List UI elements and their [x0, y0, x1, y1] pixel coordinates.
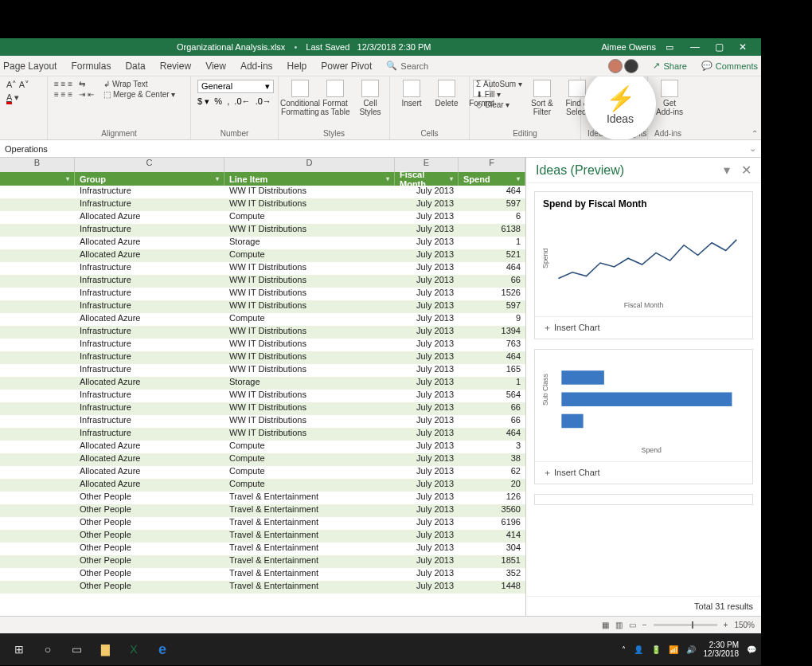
pane-close-icon[interactable]: ✕: [741, 163, 751, 177]
cell-spend[interactable]: 464: [459, 262, 525, 275]
filter-icon[interactable]: ▾: [386, 175, 389, 182]
cell-line-item[interactable]: Travel & Entertainment: [224, 555, 395, 568]
cell-spend[interactable]: 597: [459, 300, 525, 313]
table-row[interactable]: Other PeopleTravel & EntertainmentJuly 2…: [0, 492, 525, 504]
cell-line-item[interactable]: Compute: [224, 211, 395, 224]
table-row[interactable]: Other PeopleTravel & EntertainmentJuly 2…: [0, 543, 525, 555]
cell-spend[interactable]: 66: [459, 415, 525, 428]
cell-line-item[interactable]: WW IT Distributions: [224, 186, 395, 198]
table-row[interactable]: InfrastructureWW IT DistributionsJuly 20…: [0, 288, 525, 300]
cell-group[interactable]: Infrastructure: [75, 224, 224, 237]
filter-icon[interactable]: ▾: [450, 175, 453, 182]
table-row[interactable]: InfrastructureWW IT DistributionsJuly 20…: [0, 402, 525, 415]
formula-bar[interactable]: Operations ⌄: [0, 140, 761, 158]
cell-line-item[interactable]: Travel & Entertainment: [224, 492, 395, 504]
cell-spend[interactable]: 1448: [459, 581, 525, 594]
cell-line-item[interactable]: WW IT Distributions: [224, 364, 395, 377]
table-row[interactable]: Allocated AzureComputeJuly 20136: [0, 211, 525, 224]
tab-review[interactable]: Review: [160, 61, 191, 72]
table-row[interactable]: InfrastructureWW IT DistributionsJuly 20…: [0, 415, 525, 428]
minimize-button[interactable]: —: [683, 41, 707, 53]
th-fiscal-month[interactable]: Fiscal Month▾: [395, 172, 459, 186]
cell-spend[interactable]: 62: [459, 466, 525, 479]
cell-fiscal-month[interactable]: July 2013: [395, 237, 459, 249]
insert-chart-button[interactable]: ＋ Insert Chart: [535, 461, 752, 484]
collapse-ribbon-button[interactable]: ⌃: [751, 129, 758, 138]
search-box[interactable]: 🔍 Search: [386, 61, 428, 71]
cell-line-item[interactable]: Travel & Entertainment: [224, 568, 395, 581]
cell-group[interactable]: Infrastructure: [75, 364, 224, 377]
cell-fiscal-month[interactable]: July 2013: [395, 415, 459, 428]
cell-group[interactable]: Other People: [75, 517, 224, 530]
cell-line-item[interactable]: Storage: [224, 377, 395, 390]
zoom-slider[interactable]: [654, 624, 717, 626]
insert-button[interactable]: Insert: [396, 80, 427, 108]
cell-fiscal-month[interactable]: July 2013: [395, 326, 459, 339]
table-row[interactable]: Other PeopleTravel & EntertainmentJuly 2…: [0, 568, 525, 581]
table-row[interactable]: Other PeopleTravel & EntertainmentJuly 2…: [0, 517, 525, 530]
close-button[interactable]: ✕: [731, 41, 755, 53]
conditional-formatting-button[interactable]: Conditional Formatting: [285, 80, 315, 116]
maximize-button[interactable]: ▢: [707, 41, 731, 53]
cell-fiscal-month[interactable]: July 2013: [395, 288, 459, 300]
tray-chevron-icon[interactable]: ˄: [622, 645, 626, 654]
cell-fiscal-month[interactable]: July 2013: [395, 568, 459, 581]
cell-group[interactable]: Allocated Azure: [75, 453, 224, 466]
tab-formulas[interactable]: Formulas: [71, 61, 111, 72]
cell-spend[interactable]: 38: [459, 453, 525, 466]
cell-group[interactable]: Infrastructure: [75, 402, 224, 415]
cell-spend[interactable]: 20: [459, 479, 525, 492]
cell-spend[interactable]: 1: [459, 237, 525, 249]
table-row[interactable]: InfrastructureWW IT DistributionsJuly 20…: [0, 198, 525, 211]
cell-spend[interactable]: 6: [459, 211, 525, 224]
cell-fiscal-month[interactable]: July 2013: [395, 377, 459, 390]
task-view-icon[interactable]: ▭: [62, 637, 91, 662]
col-header-d[interactable]: D: [224, 158, 395, 172]
start-button[interactable]: ⊞: [5, 637, 33, 662]
cell-group[interactable]: Infrastructure: [75, 186, 224, 198]
cell-fiscal-month[interactable]: July 2013: [395, 198, 459, 211]
people-icon[interactable]: 👤: [634, 645, 643, 654]
cell-group[interactable]: Other People: [75, 581, 224, 594]
cell-fiscal-month[interactable]: July 2013: [395, 390, 459, 402]
cell-fiscal-month[interactable]: July 2013: [395, 581, 459, 594]
tab-data[interactable]: Data: [125, 61, 145, 72]
align-buttons-2[interactable]: ≡ ≡ ≡ ⇥ ⇤: [54, 90, 94, 99]
cell-spend[interactable]: 66: [459, 402, 525, 415]
cell-line-item[interactable]: Compute: [224, 313, 395, 326]
cell-spend[interactable]: 9: [459, 313, 525, 326]
cell-group[interactable]: Infrastructure: [75, 326, 224, 339]
cell-group[interactable]: Other People: [75, 492, 224, 504]
avatar[interactable]: [608, 59, 623, 73]
get-addins-button[interactable]: Get Add-ins: [654, 80, 685, 116]
cell-group[interactable]: Allocated Azure: [75, 237, 224, 249]
filter-icon[interactable]: ▾: [517, 175, 520, 182]
font-size-indicator[interactable]: A˄ A˅: [6, 80, 29, 90]
cell-line-item[interactable]: Storage: [224, 237, 395, 249]
col-header-b[interactable]: B: [0, 158, 75, 172]
cell-group[interactable]: Other People: [75, 530, 224, 543]
cell-fiscal-month[interactable]: July 2013: [395, 402, 459, 415]
cell-fiscal-month[interactable]: July 2013: [395, 224, 459, 237]
cell-fiscal-month[interactable]: July 2013: [395, 275, 459, 288]
avatar[interactable]: [624, 59, 638, 73]
battery-icon[interactable]: 🔋: [651, 645, 661, 654]
cell-group[interactable]: Infrastructure: [75, 275, 224, 288]
wifi-icon[interactable]: 📶: [669, 645, 678, 654]
cell-styles-button[interactable]: Cell Styles: [355, 80, 385, 116]
format-as-table-button[interactable]: Format as Table: [320, 80, 350, 116]
zoom-out-button[interactable]: −: [642, 621, 647, 629]
cell-group[interactable]: Infrastructure: [75, 288, 224, 300]
cell-spend[interactable]: 165: [459, 364, 525, 377]
table-row[interactable]: InfrastructureWW IT DistributionsJuly 20…: [0, 275, 525, 288]
cell-spend[interactable]: 3: [459, 441, 525, 453]
cell-fiscal-month[interactable]: July 2013: [395, 479, 459, 492]
cell-line-item[interactable]: Travel & Entertainment: [224, 517, 395, 530]
th-line-item[interactable]: Line Item▾: [224, 172, 395, 186]
table-row[interactable]: InfrastructureWW IT DistributionsJuly 20…: [0, 326, 525, 339]
merge-center-button[interactable]: ⬚ Merge & Center ▾: [103, 90, 175, 99]
tab-power-pivot[interactable]: Power Pivot: [321, 61, 372, 72]
cell-fiscal-month[interactable]: July 2013: [395, 441, 459, 453]
cell-spend[interactable]: 464: [459, 186, 525, 198]
cell-line-item[interactable]: Travel & Entertainment: [224, 543, 395, 555]
